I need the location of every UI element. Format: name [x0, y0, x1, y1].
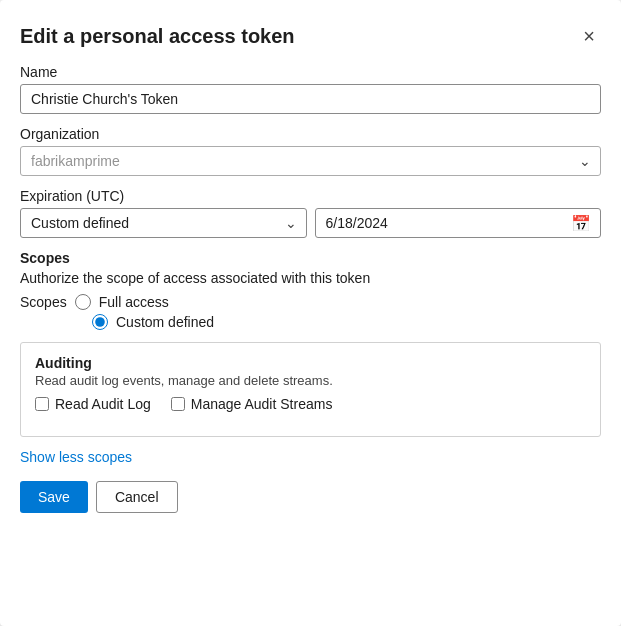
custom-defined-label: Custom defined: [116, 314, 214, 330]
actions-row: Save Cancel: [20, 481, 601, 513]
expiration-row: Custom defined 30 days 60 days 90 days 1…: [20, 208, 601, 238]
scopes-section: Scopes Authorize the scope of access ass…: [20, 250, 601, 330]
organization-select[interactable]: fabrikamprime: [20, 146, 601, 176]
expiration-label: Expiration (UTC): [20, 188, 601, 204]
read-audit-log-row: Read Audit Log: [35, 396, 151, 412]
cancel-button[interactable]: Cancel: [96, 481, 178, 513]
organization-select-wrapper: fabrikamprime ⌄: [20, 146, 601, 176]
organization-label: Organization: [20, 126, 601, 142]
scopes-radio-group: Scopes Full access Custom defined: [20, 294, 601, 330]
scopes-inner: Auditing Read audit log events, manage a…: [21, 343, 600, 436]
manage-audit-streams-row: Manage Audit Streams: [171, 396, 333, 412]
auditing-group-title: Auditing: [35, 355, 586, 371]
dialog-title: Edit a personal access token: [20, 25, 295, 48]
full-access-label: Full access: [99, 294, 169, 310]
close-button[interactable]: ×: [577, 24, 601, 48]
expiration-field-group: Expiration (UTC) Custom defined 30 days …: [20, 188, 601, 238]
scopes-radio-label: Scopes: [20, 294, 67, 310]
read-audit-log-checkbox[interactable]: [35, 397, 49, 411]
edit-token-dialog: Edit a personal access token × Name Orga…: [0, 0, 621, 626]
save-button[interactable]: Save: [20, 481, 88, 513]
auditing-group: Auditing Read audit log events, manage a…: [35, 355, 586, 412]
show-scopes-link[interactable]: Show less scopes: [20, 449, 132, 465]
name-input[interactable]: [20, 84, 601, 114]
scopes-description: Authorize the scope of access associated…: [20, 270, 601, 286]
expiration-select[interactable]: Custom defined 30 days 60 days 90 days 1…: [20, 208, 307, 238]
name-label: Name: [20, 64, 601, 80]
dialog-header: Edit a personal access token ×: [20, 24, 601, 48]
custom-defined-radio-row: Custom defined: [92, 314, 601, 330]
auditing-group-desc: Read audit log events, manage and delete…: [35, 373, 586, 388]
name-field-group: Name: [20, 64, 601, 114]
auditing-checkboxes: Read Audit Log Manage Audit Streams: [35, 396, 586, 412]
full-access-radio[interactable]: [75, 294, 91, 310]
date-input[interactable]: [315, 208, 602, 238]
organization-field-group: Organization fabrikamprime ⌄: [20, 126, 601, 176]
scopes-title: Scopes: [20, 250, 601, 266]
scopes-radio-label-row: Scopes Full access: [20, 294, 601, 310]
custom-defined-radio[interactable]: [92, 314, 108, 330]
scopes-content-area[interactable]: Auditing Read audit log events, manage a…: [20, 342, 601, 437]
manage-audit-streams-checkbox[interactable]: [171, 397, 185, 411]
expiration-select-wrapper: Custom defined 30 days 60 days 90 days 1…: [20, 208, 307, 238]
read-audit-log-label: Read Audit Log: [55, 396, 151, 412]
show-scopes-container: Show less scopes: [20, 449, 601, 465]
manage-audit-streams-label: Manage Audit Streams: [191, 396, 333, 412]
date-input-wrapper: 📅: [315, 208, 602, 238]
